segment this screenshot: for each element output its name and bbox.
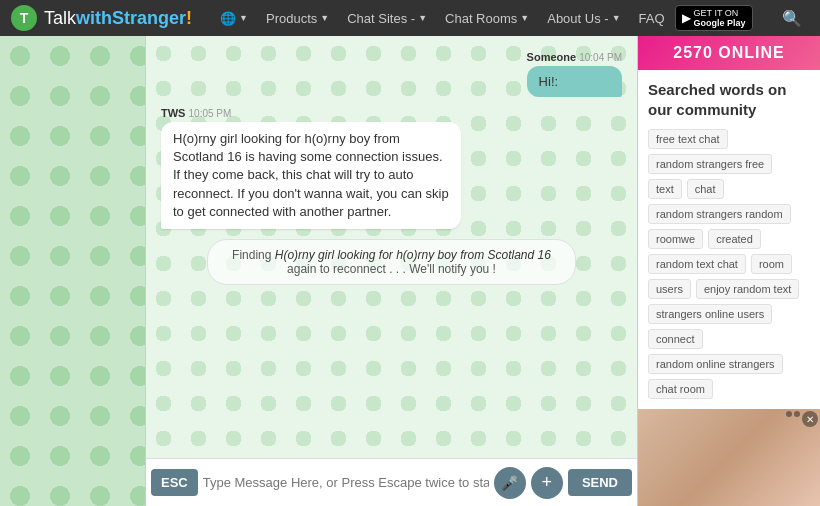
message-input[interactable] (203, 475, 489, 490)
preview-close-button[interactable]: ✕ (802, 411, 818, 427)
tag-item[interactable]: random strangers random (648, 204, 791, 224)
plus-icon: + (542, 472, 553, 493)
tag-item[interactable]: connect (648, 329, 703, 349)
chat-container: Someone 10:04 PM Hi!: TWS 10:05 PM H(o)r… (145, 36, 638, 506)
msg-bubble-tws: H(o)rny girl looking for h(o)rny boy fro… (161, 122, 461, 229)
input-area: ESC 🎤 + SEND (146, 458, 637, 506)
tag-item[interactable]: random online strangers (648, 354, 783, 374)
esc-button[interactable]: ESC (151, 469, 198, 496)
preview-box: ✕ (638, 409, 820, 506)
mic-button[interactable]: 🎤 (494, 467, 526, 499)
header: T TalkwithStranger! 🌐 ▼ Products ▼ Chat … (0, 0, 820, 36)
chat-messages: Someone 10:04 PM Hi!: TWS 10:05 PM H(o)r… (146, 36, 637, 458)
tag-item[interactable]: strangers online users (648, 304, 772, 324)
play-icon: ▶ (682, 11, 691, 25)
tag-item[interactable]: chat (687, 179, 724, 199)
logo-icon: T (10, 4, 38, 32)
message-someone: Someone 10:04 PM Hi!: (527, 51, 622, 97)
right-sidebar: 2570 ONLINE Searched words on our commun… (638, 36, 820, 506)
msg-sender-tws: TWS (161, 107, 185, 119)
plus-button[interactable]: + (531, 467, 563, 499)
system-highlight: H(o)rny girl looking for h(o)rny boy fro… (275, 248, 551, 262)
msg-time-tws: 10:05 PM (189, 108, 232, 119)
left-sidebar (0, 36, 145, 506)
tag-item[interactable]: enjoy random text (696, 279, 799, 299)
tag-item[interactable]: roomwe (648, 229, 703, 249)
tag-item[interactable]: room (751, 254, 792, 274)
tag-item[interactable]: random text chat (648, 254, 746, 274)
tag-item[interactable]: created (708, 229, 761, 249)
preview-controls (786, 411, 800, 417)
preview-dot-1 (786, 411, 792, 417)
mic-icon: 🎤 (501, 475, 518, 491)
system-message: Finding H(o)rny girl looking for h(o)rny… (207, 239, 576, 285)
message-tws: TWS 10:05 PM H(o)rny girl looking for h(… (161, 107, 461, 229)
tag-item[interactable]: free text chat (648, 129, 728, 149)
online-badge: 2570 ONLINE (638, 36, 820, 70)
preview-image (638, 409, 820, 506)
msg-time-someone: 10:04 PM (579, 52, 622, 63)
main-content: Someone 10:04 PM Hi!: TWS 10:05 PM H(o)r… (0, 36, 820, 506)
svg-text:T: T (20, 10, 29, 26)
nav-globe[interactable]: 🌐 ▼ (212, 0, 256, 36)
searched-words: Searched words on our community free tex… (638, 70, 820, 409)
nav-products[interactable]: Products ▼ (258, 0, 337, 36)
logo-area[interactable]: T TalkwithStranger! (10, 4, 192, 32)
send-button[interactable]: SEND (568, 469, 632, 496)
search-icon[interactable]: 🔍 (774, 9, 810, 28)
preview-dot-2 (794, 411, 800, 417)
searched-title: Searched words on our community (648, 80, 810, 119)
main-nav: 🌐 ▼ Products ▼ Chat Sites - ▼ Chat Rooms… (212, 0, 774, 36)
globe-icon: 🌐 (220, 11, 236, 26)
nav-about-us[interactable]: About Us - ▼ (539, 0, 628, 36)
tag-item[interactable]: text (648, 179, 682, 199)
msg-sender-someone: Someone (527, 51, 577, 63)
google-play-button[interactable]: ▶ GET IT ONGoogle Play (675, 5, 753, 31)
tag-item[interactable]: random strangers free (648, 154, 772, 174)
tags-container: free text chatrandom strangers freetextc… (648, 129, 810, 399)
tag-item[interactable]: chat room (648, 379, 713, 399)
tag-item[interactable]: users (648, 279, 691, 299)
logo-text: TalkwithStranger! (44, 8, 192, 29)
msg-bubble-someone: Hi!: (527, 66, 622, 97)
nav-chat-sites[interactable]: Chat Sites - ▼ (339, 0, 435, 36)
nav-faq[interactable]: FAQ (631, 0, 673, 36)
nav-chat-rooms[interactable]: Chat Rooms ▼ (437, 0, 537, 36)
